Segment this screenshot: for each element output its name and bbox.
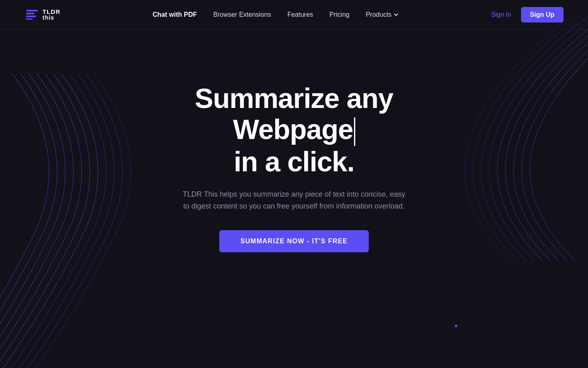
sign-in-link[interactable]: Sign in — [491, 11, 511, 18]
chevron-down-icon — [393, 12, 399, 18]
hero-subtitle: TLDR This helps you summarize any piece … — [180, 188, 408, 212]
nav-auth: Sign in Sign Up — [491, 7, 564, 22]
nav-item-pricing[interactable]: Pricing — [330, 11, 350, 18]
nav-item-products[interactable]: Products — [366, 11, 399, 18]
nav-item-chat-with-pdf[interactable]: Chat with PDF — [153, 11, 197, 18]
logo-icon — [24, 7, 39, 22]
svg-rect-0 — [26, 10, 38, 11]
cursor-blink — [354, 117, 355, 146]
navbar: TLDR this Chat with PDF Browser Extensio… — [0, 0, 588, 29]
nav-item-features[interactable]: Features — [287, 11, 313, 18]
hero-section: Summarize any Webpage in a click. TLDR T… — [0, 29, 588, 252]
logo[interactable]: TLDR this — [24, 7, 60, 22]
logo-text: TLDR this — [42, 9, 60, 20]
svg-rect-3 — [26, 18, 33, 20]
svg-rect-1 — [26, 13, 34, 14]
svg-rect-2 — [26, 16, 36, 17]
sign-up-button[interactable]: Sign Up — [521, 7, 564, 22]
nav-item-browser-extensions[interactable]: Browser Extensions — [213, 11, 271, 18]
nav-links: Chat with PDF Browser Extensions Feature… — [153, 11, 399, 18]
hero-title: Summarize any Webpage in a click. — [135, 83, 453, 177]
cta-button[interactable]: SUMMARIZE NOW - IT'S FREE — [219, 230, 369, 252]
